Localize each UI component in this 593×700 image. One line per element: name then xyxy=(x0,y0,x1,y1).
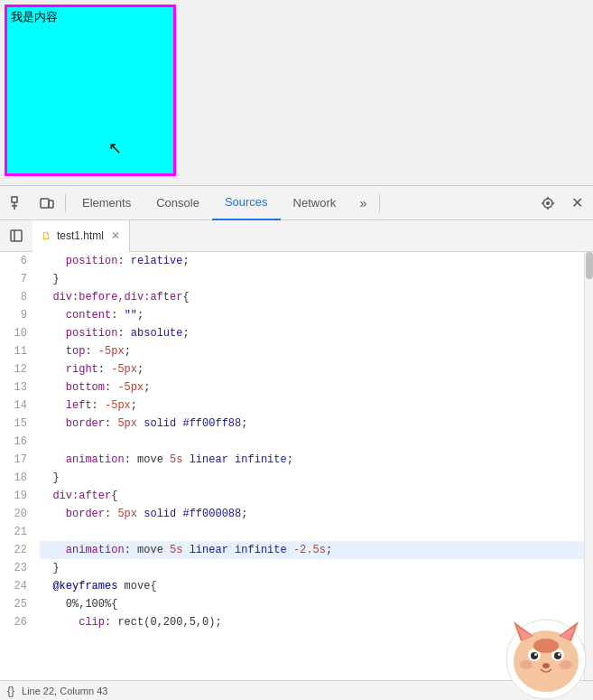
close-devtools-button[interactable]: ✕ xyxy=(564,191,589,216)
code-line-18: } xyxy=(40,469,584,487)
tab-elements[interactable]: Elements xyxy=(69,186,144,220)
file-tab-name: test1.html xyxy=(57,229,104,242)
code-line-10: position: absolute; xyxy=(40,324,584,342)
tab-sources[interactable]: Sources xyxy=(212,186,281,220)
tab-network[interactable]: Network xyxy=(281,186,349,220)
code-line-23: } xyxy=(40,559,584,577)
code-line-13: bottom: -5px; xyxy=(40,378,584,397)
file-tab-close-button[interactable]: ✕ xyxy=(111,229,120,242)
code-line-22: animation: move 5s linear infinite -2.5s… xyxy=(40,541,584,559)
code-line-26: clip: rect(0,200,5,0); xyxy=(40,613,584,631)
devtools-toolbar: Elements Console Sources Network » ✕ xyxy=(0,186,593,220)
preview-text: 我是内容 xyxy=(7,7,173,27)
cyan-box: 我是内容 xyxy=(5,5,176,176)
status-icon: {} xyxy=(7,685,14,697)
code-line-11: top: -5px; xyxy=(40,342,584,360)
status-bar: {} Line 22, Column 43 xyxy=(0,680,593,700)
code-lines: position: relative; } div:before,div:aft… xyxy=(32,252,584,680)
code-line-16 xyxy=(40,433,584,451)
code-line-9: content: ""; xyxy=(40,306,584,324)
code-content[interactable]: 6 7 8 9 10 11 12 13 14 15 16 17 18 19 20… xyxy=(0,252,593,680)
code-line-6: position: relative; xyxy=(40,252,584,270)
settings-button[interactable] xyxy=(533,189,562,218)
toolbar-separator-2 xyxy=(379,194,380,212)
more-tabs-button[interactable]: » xyxy=(350,189,375,218)
svg-rect-4 xyxy=(49,201,53,208)
code-line-12: right: -5px; xyxy=(40,360,584,378)
preview-area: 我是内容 ↖ xyxy=(0,0,593,185)
scrollbar-thumb[interactable] xyxy=(586,252,593,279)
devtools-panel: Elements Console Sources Network » ✕ xyxy=(0,185,593,700)
code-line-25: 0%,100%{ xyxy=(40,595,584,613)
code-area: 6 7 8 9 10 11 12 13 14 15 16 17 18 19 20… xyxy=(0,252,593,680)
status-text: Line 22, Column 43 xyxy=(22,686,107,696)
code-line-24: @keyframes move{ xyxy=(40,577,584,595)
inspect-element-button[interactable] xyxy=(4,189,32,218)
code-line-8: div:before,div:after{ xyxy=(40,288,584,306)
file-tab-icon: 🗋 xyxy=(42,230,51,241)
code-line-17: animation: move 5s linear infinite; xyxy=(40,451,584,469)
device-toggle-button[interactable] xyxy=(32,189,61,218)
svg-rect-3 xyxy=(41,199,49,208)
file-tab-bar: 🗋 test1.html ✕ xyxy=(0,220,593,252)
panel-toggle-button[interactable] xyxy=(4,223,29,248)
vertical-scrollbar[interactable] xyxy=(584,252,593,680)
svg-rect-11 xyxy=(11,230,22,241)
code-line-19: div:after{ xyxy=(40,487,584,505)
toolbar-separator-1 xyxy=(65,194,66,212)
code-line-21 xyxy=(40,523,584,541)
code-line-7: } xyxy=(40,270,584,288)
line-numbers: 6 7 8 9 10 11 12 13 14 15 16 17 18 19 20… xyxy=(0,252,32,680)
toolbar-right: ✕ xyxy=(533,189,589,218)
svg-rect-0 xyxy=(12,197,17,202)
code-line-14: left: -5px; xyxy=(40,397,584,415)
tab-console[interactable]: Console xyxy=(144,186,212,220)
code-line-15: border: 5px solid #ff00ff88; xyxy=(40,415,584,433)
code-line-20: border: 5px solid #ff000088; xyxy=(40,505,584,523)
svg-point-5 xyxy=(546,201,550,205)
file-tab-test1[interactable]: 🗋 test1.html ✕ xyxy=(32,220,130,252)
